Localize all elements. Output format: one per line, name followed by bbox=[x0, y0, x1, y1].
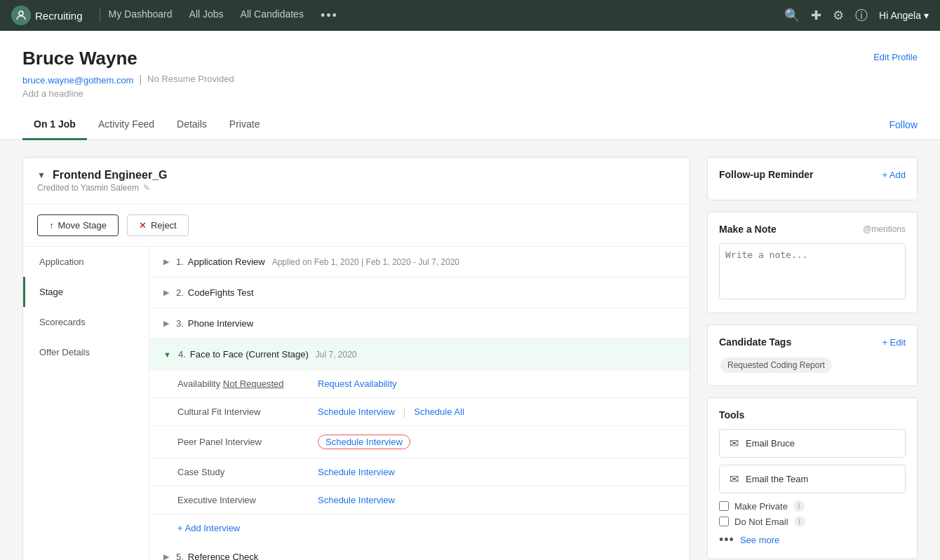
nav-user-chevron: ▾ bbox=[924, 10, 929, 21]
tools-section: Tools ✉ Email Bruce ✉ Email the Team Mak… bbox=[707, 397, 918, 559]
collapse-icon[interactable]: ▼ bbox=[37, 170, 46, 180]
stage-1-arrow: ▶ bbox=[163, 257, 169, 266]
stage-3-arrow: ▶ bbox=[163, 319, 169, 328]
stage-row-3[interactable]: ▶ 3. Phone Interview bbox=[149, 308, 690, 339]
see-more-label[interactable]: See more bbox=[740, 535, 779, 545]
tools-header: Tools bbox=[719, 409, 906, 421]
top-nav: Recruiting My Dashboard All Jobs All Can… bbox=[0, 0, 940, 31]
nav-user[interactable]: Hi Angela ▾ bbox=[879, 10, 929, 21]
schedule-all-link[interactable]: Schedule All bbox=[414, 407, 464, 417]
tab-private[interactable]: Private bbox=[218, 110, 271, 140]
stage-1-number: 1. bbox=[176, 257, 184, 267]
stage-row-4[interactable]: ▼ 4. Face to Face (Current Stage) Jul 7,… bbox=[149, 339, 690, 370]
nav-my-dashboard[interactable]: My Dashboard bbox=[109, 8, 173, 23]
stage-row-1[interactable]: ▶ 1. Application Review Applied on Feb 1… bbox=[149, 247, 690, 278]
help-icon[interactable]: ⓘ bbox=[855, 7, 868, 24]
add-reminder-button[interactable]: + Add bbox=[882, 170, 906, 180]
schedule-interview-case-link[interactable]: Schedule Interview bbox=[318, 467, 395, 477]
note-section: Make a Note @mentions bbox=[707, 212, 918, 313]
email-bruce-label: Email Bruce bbox=[746, 438, 795, 449]
reject-icon: ✕ bbox=[139, 220, 147, 231]
pipe-divider: | bbox=[139, 74, 142, 85]
nav-right: 🔍 ✚ ⚙ ⓘ Hi Angela ▾ bbox=[784, 7, 929, 24]
sidebar-item-scorecards[interactable]: Scorecards bbox=[23, 307, 149, 337]
edit-profile-link[interactable]: Edit Profile bbox=[873, 52, 918, 62]
nav-all-jobs[interactable]: All Jobs bbox=[189, 8, 224, 23]
profile-header: Bruce Wayne bruce.wayne@gothem.com | No … bbox=[0, 31, 940, 99]
job-card-header: ▼ Frontend Engineer_G Credited to Yasmin… bbox=[23, 158, 690, 205]
stage-content: ▶ 1. Application Review Applied on Feb 1… bbox=[149, 247, 690, 560]
tags-list: Requested Coding Report bbox=[719, 356, 906, 374]
nav-all-candidates[interactable]: All Candidates bbox=[241, 8, 304, 23]
make-private-info-icon[interactable]: i bbox=[793, 500, 805, 512]
gear-icon[interactable]: ⚙ bbox=[833, 8, 844, 23]
email-team-button[interactable]: ✉ Email the Team bbox=[719, 465, 906, 493]
move-stage-button[interactable]: ↑ Move Stage bbox=[37, 214, 119, 236]
email-bruce-button[interactable]: ✉ Email Bruce bbox=[719, 429, 906, 458]
tabs-bar: On 1 Job Activity Feed Details Private F… bbox=[0, 110, 940, 140]
search-icon[interactable]: 🔍 bbox=[784, 8, 800, 23]
edit-tags-button[interactable]: + Edit bbox=[882, 337, 906, 348]
plus-icon[interactable]: ✚ bbox=[811, 8, 821, 23]
job-card: ▼ Frontend Engineer_G Credited to Yasmin… bbox=[22, 157, 690, 560]
action-buttons: ↑ Move Stage ✕ Reject bbox=[23, 205, 690, 247]
main-content: ▼ Frontend Engineer_G Credited to Yasmin… bbox=[0, 140, 940, 560]
do-not-email-checkbox[interactable] bbox=[719, 517, 729, 526]
schedule-interview-peer-link[interactable]: Schedule Interview bbox=[318, 435, 410, 449]
right-panel: Follow-up Reminder + Add Make a Note @me… bbox=[707, 157, 918, 560]
nav-links: My Dashboard All Jobs All Candidates ••• bbox=[109, 8, 785, 23]
note-textarea[interactable] bbox=[719, 243, 906, 299]
executive-links: Schedule Interview bbox=[318, 495, 395, 505]
see-more-row[interactable]: ••• See more bbox=[719, 533, 906, 547]
stage-layout: Application Stage Scorecards Offer Detai… bbox=[23, 247, 690, 560]
add-interview-link[interactable]: + Add Interview bbox=[149, 514, 690, 542]
tab-details[interactable]: Details bbox=[166, 110, 218, 140]
do-not-email-label: Do Not Email bbox=[734, 517, 788, 527]
stage-5-name: Reference Check bbox=[188, 552, 258, 560]
follow-button[interactable]: Follow bbox=[889, 119, 918, 130]
stage-5-number: 5. bbox=[176, 552, 184, 560]
stage-4-details: Availability Not Requested Request Avail… bbox=[149, 370, 690, 542]
schedule-interview-cultural-link[interactable]: Schedule Interview bbox=[318, 407, 395, 417]
schedule-interview-exec-link[interactable]: Schedule Interview bbox=[318, 495, 395, 505]
request-availability-link[interactable]: Request Availability bbox=[318, 378, 397, 389]
stage-1-name: Application Review bbox=[188, 257, 265, 267]
tags-header: Candidate Tags + Edit bbox=[719, 336, 906, 348]
stage-row-5[interactable]: ▶ 5. Reference Check bbox=[149, 542, 690, 560]
availability-status: Not Requested bbox=[223, 378, 284, 389]
add-headline[interactable]: Add a headline bbox=[22, 88, 234, 99]
profile-info: Bruce Wayne bruce.wayne@gothem.com | No … bbox=[22, 48, 234, 99]
stage-2-arrow: ▶ bbox=[163, 288, 169, 297]
nav-more-icon[interactable]: ••• bbox=[321, 8, 338, 23]
availability-links: Request Availability bbox=[318, 378, 397, 389]
make-private-row: Make Private i bbox=[719, 500, 906, 512]
tools-title: Tools bbox=[719, 409, 744, 421]
nav-logo[interactable]: Recruiting bbox=[11, 6, 83, 25]
page-wrapper: Bruce Wayne bruce.wayne@gothem.com | No … bbox=[0, 31, 940, 560]
sidebar-item-application[interactable]: Application bbox=[23, 247, 149, 277]
stage-3-name: Phone Interview bbox=[188, 318, 253, 329]
make-private-checkbox[interactable] bbox=[719, 501, 729, 511]
cultural-fit-links: Schedule Interview | Schedule All bbox=[318, 407, 464, 417]
tab-activity-feed[interactable]: Activity Feed bbox=[87, 110, 166, 140]
sidebar-item-offer-details[interactable]: Offer Details bbox=[23, 337, 149, 367]
mentions-label: @mentions bbox=[863, 224, 906, 234]
reminder-section: Follow-up Reminder + Add bbox=[707, 157, 918, 200]
no-resume-label: No Resume Provided bbox=[147, 74, 234, 84]
make-private-label: Make Private bbox=[734, 501, 788, 512]
do-not-email-info-icon[interactable]: i bbox=[794, 516, 805, 527]
stage-row-2[interactable]: ▶ 2. CodeFights Test bbox=[149, 278, 690, 308]
tag-requested-coding: Requested Coding Report bbox=[720, 357, 832, 373]
edit-pencil-icon[interactable]: ✎ bbox=[143, 183, 150, 193]
profile-header-top: Bruce Wayne bruce.wayne@gothem.com | No … bbox=[22, 48, 918, 99]
peer-panel-label: Peer Panel Interview bbox=[177, 437, 318, 447]
stage-4-date: Jul 7, 2020 bbox=[316, 350, 357, 360]
left-panel: ▼ Frontend Engineer_G Credited to Yasmin… bbox=[22, 157, 690, 560]
logo-icon bbox=[11, 6, 31, 25]
sidebar-item-stage[interactable]: Stage bbox=[23, 277, 149, 307]
tab-on-job[interactable]: On 1 Job bbox=[22, 110, 87, 140]
email-team-icon: ✉ bbox=[730, 472, 739, 486]
candidate-email[interactable]: bruce.wayne@gothem.com bbox=[22, 75, 133, 86]
reject-button[interactable]: ✕ Reject bbox=[127, 214, 189, 236]
see-more-dots-icon: ••• bbox=[719, 533, 734, 547]
